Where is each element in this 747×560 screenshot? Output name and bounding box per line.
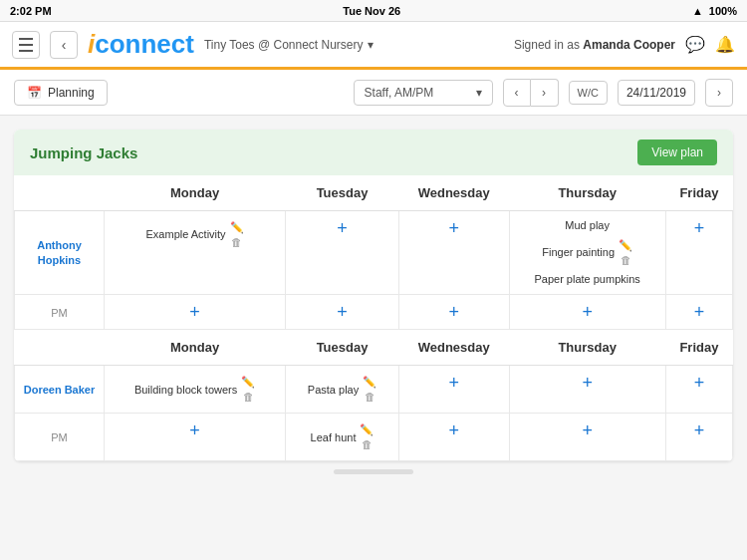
delete-icon-leaf-hunt[interactable]: 🗑 [360, 438, 374, 450]
edit-icon-leaf-hunt[interactable]: ✏️ [360, 423, 374, 436]
status-time: 2:02 PM [10, 5, 52, 17]
edit-icon[interactable]: ✏️ [230, 221, 244, 234]
col-thursday-1: Thursday [509, 175, 665, 211]
planning-button[interactable]: 📅 Planning [14, 80, 108, 106]
add-button[interactable]: + [405, 303, 503, 321]
add-button[interactable]: + [292, 219, 392, 237]
col-tuesday-1: Tuesday [286, 175, 399, 211]
pm-label-cell-doreen: PM [15, 414, 105, 461]
add-button[interactable]: + [405, 219, 503, 237]
tuesday-am-doreen: Pasta play ✏️ 🗑 [286, 366, 399, 414]
staff-cell-anthony: Anthony Hopkins [15, 211, 105, 295]
app-logo: iconnect [88, 29, 194, 60]
group-card-jumping-jacks: Jumping Jacks View plan Monday Tuesday W… [14, 130, 733, 461]
logo-connect: connect [95, 29, 194, 59]
thursday-pm-doreen: + [509, 414, 665, 461]
add-button[interactable]: + [516, 421, 659, 439]
back-button[interactable]: ‹ [50, 31, 78, 59]
monday-pm-anthony: + [105, 295, 286, 330]
add-button[interactable]: + [111, 303, 279, 321]
activity-cell: Example Activity ✏️ 🗑 [111, 219, 279, 250]
friday-pm-doreen: + [665, 414, 732, 461]
activity-cell-doreen-mon: Building block towers ✏️ 🗑 [111, 374, 279, 405]
col-thursday-2: Thursday [509, 330, 665, 366]
add-button[interactable]: + [111, 421, 279, 439]
wednesday-am-anthony: + [398, 211, 509, 295]
activity-actions: ✏️ 🗑 [230, 221, 244, 248]
activity-item-doreen-mon: Building block towers ✏️ 🗑 [111, 374, 279, 405]
activity-cell-doreen-tue: Pasta play ✏️ 🗑 [292, 374, 392, 405]
col-wednesday-1: Wednesday [398, 175, 509, 211]
activity-name-paper: Paper plate pumpkins [534, 272, 639, 286]
add-button[interactable]: + [405, 421, 503, 439]
staff-name-anthony[interactable]: Anthony Hopkins [21, 238, 98, 267]
table-row-pm-doreen: PM + Leaf hunt ✏️ 🗑 [15, 414, 733, 461]
next-week-button[interactable]: › [531, 79, 559, 107]
friday-pm-anthony: + [665, 295, 732, 330]
activity-name-doreen-mon: Building block towers [134, 383, 237, 397]
chat-icon[interactable]: 💬 [685, 35, 705, 54]
wifi-icon: ▲ [692, 5, 703, 17]
col-wednesday-2: Wednesday [398, 330, 509, 366]
top-nav: ‹ iconnect Tiny Toes @ Connect Nursery ▾… [0, 22, 747, 70]
edit-icon-doreen-mon[interactable]: ✏️ [241, 376, 255, 389]
activity-name: Example Activity [146, 227, 226, 241]
thursday-am-doreen: + [509, 366, 665, 414]
activity-actions-doreen-mon: ✏️ 🗑 [241, 376, 255, 403]
delete-icon-doreen-tue[interactable]: 🗑 [363, 391, 376, 403]
add-button[interactable]: + [516, 374, 659, 392]
bell-icon[interactable]: 🔔 [715, 35, 735, 54]
add-button[interactable]: + [405, 374, 503, 392]
monday-am-doreen: Building block towers ✏️ 🗑 [105, 366, 286, 414]
add-button[interactable]: + [516, 303, 659, 321]
delete-icon[interactable]: 🗑 [230, 236, 244, 248]
dropdown-arrow-icon: ▾ [476, 86, 482, 100]
nav-right: Signed in as Amanda Cooper 💬 🔔 [514, 35, 735, 54]
pm-label-cell-anthony: PM [15, 295, 105, 330]
add-button[interactable]: + [292, 303, 392, 321]
date-next-button[interactable]: › [705, 79, 733, 107]
edit-icon-doreen-tue[interactable]: ✏️ [363, 376, 376, 389]
col-monday-1: Monday [105, 175, 286, 211]
add-button[interactable]: + [672, 421, 726, 439]
filter-dropdown[interactable]: Staff, AM/PM ▾ [354, 80, 493, 106]
add-button[interactable]: + [672, 303, 726, 321]
group-name: Jumping Jacks [30, 144, 137, 161]
pm-label-doreen: PM [51, 431, 68, 443]
pm-label: PM [51, 307, 68, 319]
filter-value: Staff, AM/PM [365, 86, 434, 100]
wednesday-pm-doreen: + [398, 414, 509, 461]
header-row-2: Monday Tuesday Wednesday Thursday Friday [15, 330, 733, 366]
thursday-am-anthony: Mud play Finger painting ✏️ 🗑 Paper plat… [509, 211, 665, 295]
tuesday-pm-anthony: + [286, 295, 399, 330]
menu-button[interactable] [12, 31, 40, 59]
tuesday-am-anthony: + [286, 211, 399, 295]
scroll-indicator [334, 469, 413, 474]
edit-icon-finger[interactable]: ✏️ [619, 239, 632, 252]
group-header: Jumping Jacks View plan [14, 130, 733, 175]
wc-badge: W/C [569, 81, 608, 105]
hamburger-line [19, 38, 33, 40]
date-display[interactable]: 24/11/2019 [618, 80, 695, 106]
delete-icon-finger[interactable]: 🗑 [619, 254, 632, 266]
col-tuesday-2: Tuesday [286, 330, 399, 366]
signed-in-label: Signed in as Amanda Cooper [514, 38, 675, 52]
delete-icon-doreen-mon[interactable]: 🗑 [241, 391, 255, 403]
planning-label: Planning [48, 86, 95, 100]
monday-am-anthony: Example Activity ✏️ 🗑 [105, 211, 286, 295]
main-content: Jumping Jacks View plan Monday Tuesday W… [0, 116, 747, 560]
nursery-selector[interactable]: Tiny Toes @ Connect Nursery ▾ [204, 38, 374, 52]
status-right: ▲ 100% [692, 5, 737, 17]
staff-name-doreen[interactable]: Doreen Baker [21, 383, 98, 397]
activity-name-finger: Finger painting [542, 245, 615, 259]
nursery-name: Tiny Toes @ Connect Nursery [204, 38, 364, 52]
week-nav: ‹ › [503, 79, 559, 107]
view-plan-button[interactable]: View plan [637, 140, 717, 165]
hamburger-line [19, 50, 33, 52]
prev-week-button[interactable]: ‹ [503, 79, 531, 107]
table-row: Anthony Hopkins Example Activity ✏️ 🗑 [15, 211, 733, 295]
wednesday-am-doreen: + [398, 366, 509, 414]
add-button[interactable]: + [672, 374, 726, 392]
add-button[interactable]: + [672, 219, 726, 237]
col-monday-2: Monday [105, 330, 286, 366]
